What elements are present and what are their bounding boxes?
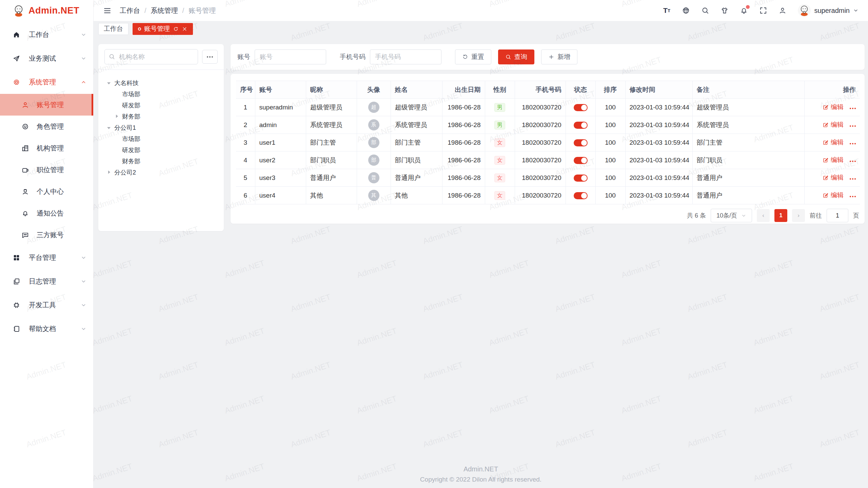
book-icon (13, 325, 20, 333)
row-more-button[interactable] (850, 161, 856, 162)
pagination: 共 6 条 10条/页 ‹ 1 › 前往 页 (236, 209, 859, 222)
edit-button[interactable]: 编辑 (823, 156, 844, 164)
tree-node[interactable]: 财务部 (104, 156, 218, 167)
edit-button[interactable]: 编辑 (823, 103, 844, 111)
actions-cell: 编辑 (804, 169, 860, 187)
edit-label: 编辑 (831, 120, 844, 129)
collapse-menu-icon[interactable] (103, 6, 112, 15)
tree-arrow-icon[interactable] (107, 170, 111, 175)
nickname-cell: 部门职员 (306, 151, 357, 169)
fullscreen-icon[interactable] (759, 6, 767, 15)
tab-account-manage-active[interactable]: 账号管理 (133, 23, 193, 35)
tree-more-button[interactable] (202, 50, 218, 64)
row-more-button[interactable] (850, 178, 856, 180)
remark-cell: 普通用户 (692, 187, 804, 204)
avatar: 部 (368, 155, 379, 166)
table-row: 6user4其他其其他1986-06-28女180200307201002023… (236, 187, 860, 204)
sidebar-item-position-manage[interactable]: 职位管理 (0, 159, 93, 181)
font-size-icon[interactable]: TT (663, 6, 671, 15)
breadcrumb-separator: / (144, 7, 146, 15)
status-toggle[interactable] (574, 175, 588, 182)
row-index-cell: 5 (236, 169, 255, 187)
name-cell: 普通用户 (391, 169, 442, 187)
refresh-icon[interactable] (173, 26, 179, 32)
tree-node[interactable]: 市场部 (104, 133, 218, 144)
edit-button[interactable]: 编辑 (823, 120, 844, 129)
query-button[interactable]: 查询 (498, 49, 534, 64)
row-more-button[interactable] (850, 196, 856, 197)
sidebar-item-system-manage[interactable]: 系统管理 (0, 70, 93, 94)
edit-button[interactable]: 编辑 (823, 173, 844, 182)
tree-arrow-icon[interactable] (115, 115, 119, 119)
sidebar-item-dev-tools[interactable]: 开发工具 (0, 293, 93, 317)
row-more-button[interactable] (850, 143, 856, 144)
page-size-select[interactable]: 10条/页 (711, 209, 752, 222)
goto-page-input[interactable] (827, 209, 848, 222)
phone-input[interactable] (370, 49, 441, 64)
edit-button[interactable]: 编辑 (823, 138, 844, 147)
sidebar-item-business-test[interactable]: 业务测试 (0, 46, 93, 70)
close-icon[interactable] (182, 26, 188, 32)
theme-shirt-icon[interactable] (721, 6, 729, 15)
sidebar-item-log-manage[interactable]: 日志管理 (0, 269, 93, 293)
breadcrumb-item[interactable]: 工作台 (120, 6, 140, 15)
user-menu[interactable]: superadmin (798, 4, 859, 17)
account-table: 序号账号昵称头像姓名出生日期性别手机号码状态排序修改时间备注操作 1supera… (236, 81, 860, 204)
row-more-button[interactable] (850, 108, 856, 109)
edit-label: 编辑 (831, 156, 844, 164)
row-more-button[interactable] (850, 125, 856, 127)
sidebar-item-personal-center[interactable]: 个人中心 (0, 181, 93, 202)
edit-icon (823, 175, 829, 181)
user-outline-icon[interactable] (778, 6, 787, 15)
status-toggle[interactable] (574, 139, 588, 146)
chevron-down-icon (853, 8, 859, 13)
send-icon (13, 55, 20, 62)
edit-button[interactable]: 编辑 (823, 191, 844, 200)
column-header: 性别 (485, 81, 515, 99)
sidebar-item-workbench[interactable]: 工作台 (0, 23, 93, 46)
status-toggle[interactable] (574, 192, 588, 199)
sidebar-item-org-manage[interactable]: 机构管理 (0, 137, 93, 159)
row-index-cell: 1 (236, 99, 255, 116)
tab-workbench[interactable]: 工作台 (98, 23, 129, 35)
chevron-down-icon (81, 56, 86, 61)
notification-bell-icon[interactable] (740, 6, 748, 15)
page-unit: 页 (853, 211, 859, 220)
reset-button[interactable]: 重置 (455, 49, 491, 64)
tree-node[interactable]: 分公司2 (104, 167, 218, 178)
breadcrumb-item[interactable]: 系统管理 (151, 6, 178, 15)
tree-node-label: 市场部 (122, 90, 140, 98)
sidebar-item-notice[interactable]: 通知公告 (0, 202, 93, 224)
gender-badge: 女 (494, 156, 505, 165)
tree-node[interactable]: 大名科技 (104, 77, 218, 88)
account-input[interactable] (255, 49, 326, 64)
status-toggle[interactable] (574, 122, 588, 129)
sidebar-item-account-manage[interactable]: 账号管理 (0, 94, 93, 116)
table-body: 1superadmin超级管理员超超级管理员1986-06-28男1802003… (236, 99, 860, 204)
tree-node[interactable]: 研发部 (104, 144, 218, 156)
sidebar-item-thirdparty-account[interactable]: 三方账号 (0, 224, 93, 246)
chevron-down-icon (81, 302, 86, 308)
language-icon[interactable] (682, 6, 690, 15)
next-page-button[interactable]: › (792, 209, 805, 222)
sidebar-item-platform-manage[interactable]: 平台管理 (0, 246, 93, 269)
sidebar-item-role-manage[interactable]: 角色管理 (0, 116, 93, 137)
sidebar-item-help-docs[interactable]: 帮助文档 (0, 317, 93, 341)
tree-node[interactable]: 市场部 (104, 88, 218, 100)
status-toggle[interactable] (574, 157, 588, 164)
prev-page-button[interactable]: ‹ (757, 209, 770, 222)
tree-arrow-icon[interactable] (107, 81, 111, 85)
edit-icon (823, 192, 829, 198)
search-icon[interactable] (701, 6, 709, 15)
add-button[interactable]: 新增 (541, 49, 577, 64)
gender-cell: 男 (485, 99, 515, 116)
org-search-input[interactable] (104, 49, 198, 64)
tree-node[interactable]: 分公司1 (104, 122, 218, 133)
status-toggle[interactable] (574, 104, 588, 111)
tree-arrow-icon (115, 103, 119, 107)
page-number-current[interactable]: 1 (774, 209, 787, 222)
tree-node[interactable]: 财务部 (104, 111, 218, 122)
nickname-cell: 其他 (306, 187, 357, 204)
tree-node[interactable]: 研发部 (104, 100, 218, 111)
tree-arrow-icon[interactable] (107, 126, 111, 130)
